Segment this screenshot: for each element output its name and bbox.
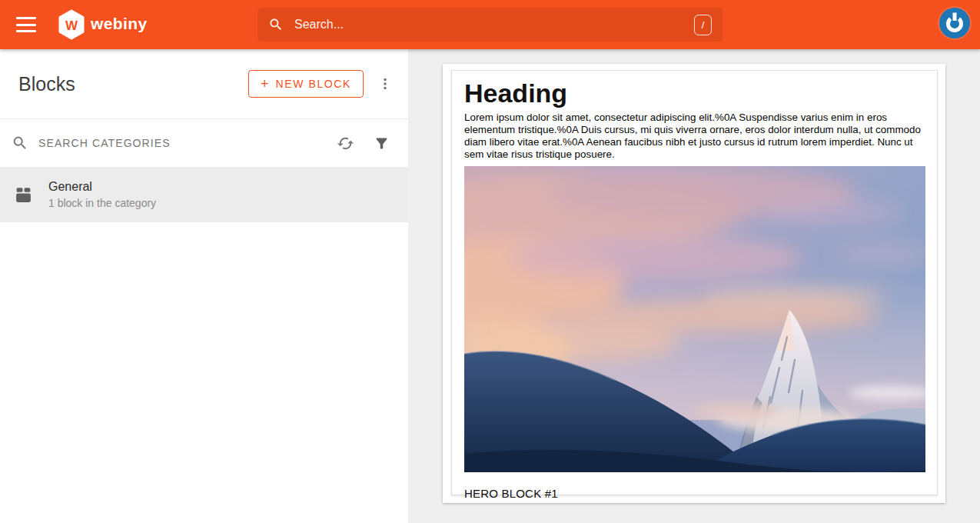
category-list-item-general[interactable]: General 1 block in the category [0,168,408,222]
slash-key-badge: / [694,15,712,35]
plus-icon: + [261,78,269,89]
block-card-hero-block-1[interactable]: Heading Lorem ipsum dolor sit amet, cons… [451,70,938,495]
block-category-icon [14,185,33,205]
blocks-content-area: Heading Lorem ipsum dolor sit amet, cons… [408,49,980,523]
blocks-list-container: Heading Lorem ipsum dolor sit amet, cons… [443,64,945,503]
page-title: Blocks [18,73,248,95]
blocks-sidebar: Blocks + NEW BLOCK [0,49,408,523]
more-vertical-icon[interactable] [374,72,396,96]
filter-funnel-icon[interactable] [374,135,390,152]
webiny-blocks-page: W webiny / Blocks + NEW BLOCK [0,0,980,523]
block-preview-heading: Heading [464,79,925,108]
block-preview-paragraph: Lorem ipsum dolor sit amet, consectetur … [464,112,925,161]
category-search-bar [0,119,408,168]
new-block-button[interactable]: + NEW BLOCK [248,70,364,98]
category-search-input[interactable] [38,137,337,149]
block-name-label: HERO BLOCK #1 [464,487,925,500]
hamburger-menu-icon[interactable] [16,17,36,32]
category-list: General 1 block in the category [0,168,408,222]
global-search-bar: / [257,8,723,42]
new-block-button-label: NEW BLOCK [276,78,351,90]
app-header: W webiny / [0,0,980,49]
webiny-hexagon-icon: W [58,9,85,40]
svg-text:W: W [65,18,78,33]
category-count: 1 block in the category [48,197,156,209]
refresh-icon[interactable] [337,135,354,152]
user-avatar[interactable] [939,8,970,38]
search-icon [268,17,284,32]
global-search-input[interactable] [294,18,694,32]
search-icon [12,135,28,152]
webiny-logo[interactable]: W webiny [58,9,148,40]
block-preview-image [464,166,925,472]
brand-wordmark: webiny [91,15,148,33]
sidebar-header: Blocks + NEW BLOCK [0,49,408,119]
category-search-actions [337,135,390,152]
gravatar-power-icon [939,8,970,38]
category-name: General [48,180,156,194]
